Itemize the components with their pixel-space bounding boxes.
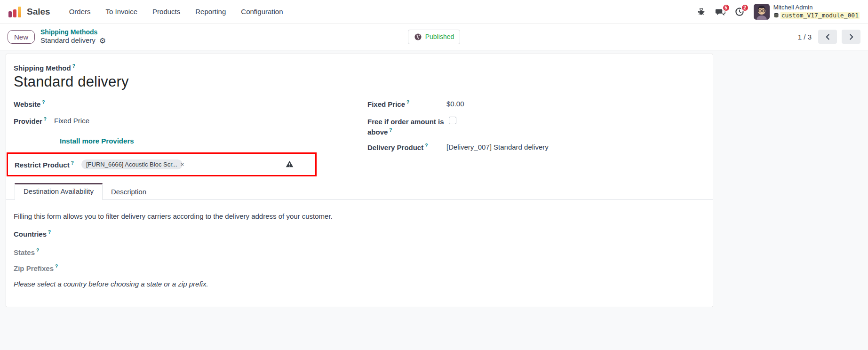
published-label: Published	[425, 33, 454, 40]
menu-configuration[interactable]: Configuration	[241, 8, 283, 16]
messages-count-badge: 5	[722, 4, 730, 12]
help-icon: ?	[36, 248, 39, 253]
website-label: Website	[14, 100, 40, 108]
pager-count: 1 / 3	[798, 33, 812, 41]
form-sheet: Shipping Method? Standard delivery Websi…	[6, 54, 713, 307]
top-navbar: Sales Orders To Invoice Products Reporti…	[0, 0, 868, 24]
states-label: States	[14, 248, 35, 256]
help-icon: ?	[55, 264, 58, 269]
new-button[interactable]: New	[8, 30, 35, 44]
menu-reporting[interactable]: Reporting	[195, 8, 226, 16]
pager-next-button[interactable]	[842, 30, 860, 44]
countries-label: Countries	[14, 230, 47, 238]
restrict-product-alert-box: Restrict Product? [FURN_6666] Acoustic B…	[7, 152, 317, 176]
tab-description[interactable]: Description	[103, 184, 155, 200]
zip-prefixes-label: Zip Prefixes	[14, 264, 54, 272]
user-menu[interactable]: Mitchell Admin custom_V17_module_001	[754, 4, 860, 20]
menu-orders[interactable]: Orders	[69, 8, 91, 16]
restrict-product-tag[interactable]: [FURN_6666] Acoustic Bloc Scr... ×	[81, 159, 183, 169]
published-toggle[interactable]: Published	[408, 30, 461, 44]
debug-bug-icon[interactable]	[697, 7, 706, 16]
activities-count-badge: 2	[741, 4, 749, 12]
menu-to-invoice[interactable]: To Invoice	[106, 8, 138, 16]
help-icon: ?	[48, 230, 51, 235]
restrict-product-tag-label: [FURN_6666] Acoustic Bloc Scr...	[86, 161, 177, 168]
restrict-product-label: Restrict Product	[15, 161, 70, 169]
breadcrumb-shipping-methods[interactable]: Shipping Methods	[40, 28, 106, 37]
shipping-method-label: Shipping Method	[14, 64, 71, 72]
app-name[interactable]: Sales	[27, 7, 50, 17]
database-name: custom_V17_module_001	[780, 12, 860, 19]
help-icon: ?	[389, 127, 392, 133]
help-icon: ?	[71, 160, 74, 166]
breadcrumb-current: Standard delivery	[40, 36, 96, 45]
tab-destination-availability[interactable]: Destination Availability	[15, 183, 103, 200]
activities-clock-icon[interactable]: 2	[735, 7, 744, 16]
menu-products[interactable]: Products	[152, 8, 180, 16]
tab-intro-text: Filling this form allows you to filter d…	[14, 212, 333, 220]
provider-label: Provider	[14, 117, 42, 125]
fixed-price-field[interactable]: $0.00	[446, 100, 464, 108]
pager-previous-button[interactable]	[818, 30, 837, 44]
free-over-label: Free if order amount is above	[367, 118, 444, 136]
provider-field[interactable]: Fixed Price	[54, 117, 89, 125]
record-title[interactable]: Standard delivery	[14, 73, 129, 90]
free-over-checkbox[interactable]	[449, 117, 456, 124]
delivery-product-label: Delivery Product	[367, 143, 423, 151]
avatar	[754, 4, 770, 20]
chevron-right-icon	[849, 34, 854, 40]
database-icon	[773, 13, 779, 18]
control-panel: New Shipping Methods Standard delivery ⚙…	[0, 24, 868, 50]
chevron-left-icon	[825, 34, 830, 40]
delivery-product-field[interactable]: [Delivery_007] Standard delivery	[446, 143, 549, 151]
help-icon: ?	[42, 100, 45, 105]
breadcrumb: Shipping Methods Standard delivery ⚙	[40, 28, 106, 45]
install-more-providers-link[interactable]: Install more Providers	[60, 137, 134, 145]
user-name: Mitchell Admin	[773, 4, 860, 11]
tag-remove-icon[interactable]: ×	[181, 161, 184, 167]
warning-icon	[286, 160, 294, 169]
main-menu: Orders To Invoice Products Reporting Con…	[69, 8, 283, 16]
actions-gear-icon[interactable]: ⚙	[99, 37, 106, 45]
messages-icon[interactable]: 5	[715, 7, 725, 16]
help-icon: ?	[425, 143, 428, 148]
sales-app-icon[interactable]	[8, 6, 21, 17]
help-icon: ?	[44, 117, 47, 122]
help-icon: ?	[406, 100, 409, 105]
notebook-tabs: Destination Availability Description	[6, 182, 713, 200]
globe-icon	[414, 33, 422, 41]
country-first-note: Please select a country before choosing …	[14, 280, 208, 288]
help-icon: ?	[72, 64, 75, 69]
fixed-price-label: Fixed Price	[367, 100, 405, 108]
